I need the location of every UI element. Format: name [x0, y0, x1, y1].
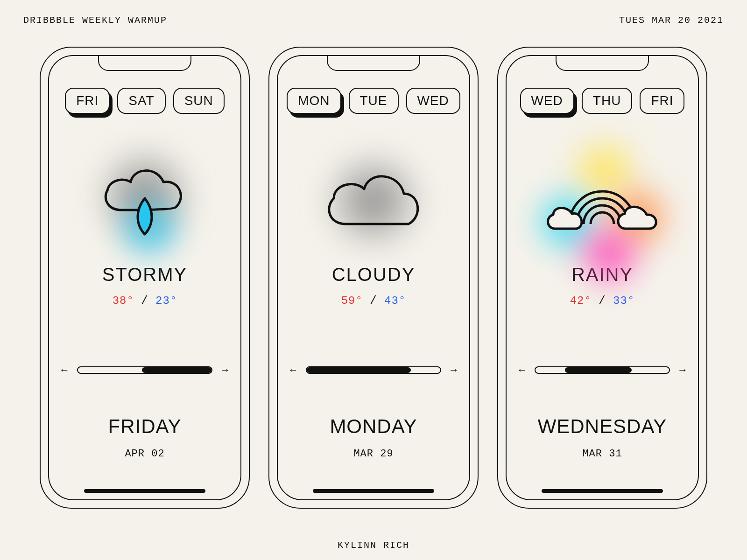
page: DRIBBBLE WEEKLY WARMUP TUES MAR 20 2021 …	[0, 0, 747, 560]
day-block: FRIDAY APR 02	[49, 415, 240, 460]
tab-wed[interactable]: WED	[520, 88, 574, 114]
home-indicator-icon[interactable]	[313, 489, 434, 493]
phone-screen: FRI SAT SUN STORMY 38°	[48, 55, 241, 500]
temps: 59° / 43°	[341, 294, 406, 307]
arrow-left-icon[interactable]: ←	[288, 364, 298, 376]
tab-tue[interactable]: TUE	[349, 88, 399, 114]
arrow-right-icon[interactable]: →	[449, 364, 459, 376]
slider-fill	[142, 367, 211, 373]
day-block: MONDAY MAR 29	[278, 415, 469, 460]
notch-icon	[327, 56, 420, 71]
temp-high: 59°	[341, 294, 363, 307]
cloudy-icon	[299, 140, 448, 261]
day-name: FRIDAY	[49, 415, 240, 438]
weather-hero: RAINY 42° / 33°	[507, 140, 698, 307]
day-date: MAR 31	[507, 448, 698, 460]
weather-hero: CLOUDY 59° / 43°	[278, 140, 469, 307]
phone-frame: FRI SAT SUN STORMY 38°	[40, 47, 250, 509]
arrow-left-icon[interactable]: ←	[517, 364, 527, 376]
day-tabs: FRI SAT SUN	[49, 88, 240, 114]
temp-sep: /	[141, 294, 155, 307]
slider-fill	[565, 367, 632, 373]
temp-low: 23°	[155, 294, 177, 307]
tab-thu[interactable]: THU	[582, 88, 633, 114]
phone-frame: WED THU FRI	[497, 47, 707, 509]
home-indicator-icon[interactable]	[542, 489, 663, 493]
stormy-icon	[70, 140, 219, 261]
temps: 38° / 23°	[113, 294, 177, 307]
tab-fri[interactable]: FRI	[640, 88, 684, 114]
day-name: WEDNESDAY	[507, 415, 698, 438]
arrow-right-icon[interactable]: →	[677, 364, 688, 376]
weather-hero: STORMY 38° / 23°	[49, 140, 240, 307]
arrow-left-icon[interactable]: ←	[59, 364, 70, 376]
temp-high: 38°	[113, 294, 134, 307]
condition-label: STORMY	[102, 264, 187, 285]
day-block: WEDNESDAY MAR 31	[507, 415, 698, 460]
tab-sat[interactable]: SAT	[117, 88, 165, 114]
credit: KYLINN RICH	[0, 540, 747, 551]
temp-high: 42°	[570, 294, 592, 307]
slider-fill	[307, 367, 411, 373]
time-slider[interactable]	[77, 366, 212, 374]
header-right: TUES MAR 20 2021	[619, 15, 724, 26]
phone-row: FRI SAT SUN STORMY 38°	[0, 47, 747, 509]
condition-label: CLOUDY	[332, 264, 416, 285]
notch-icon	[556, 56, 649, 71]
day-tabs: MON TUE WED	[278, 88, 469, 114]
day-name: MONDAY	[278, 415, 469, 438]
tab-mon[interactable]: MON	[287, 88, 341, 114]
time-slider-row: ← →	[49, 364, 240, 376]
temp-sep: /	[370, 294, 384, 307]
phone-screen: MON TUE WED CLOUDY 59° / 4	[277, 55, 470, 500]
header-left: DRIBBBLE WEEKLY WARMUP	[23, 15, 167, 26]
tab-wed[interactable]: WED	[406, 88, 460, 114]
day-date: APR 02	[49, 448, 240, 460]
notch-icon	[98, 56, 191, 71]
temp-low: 43°	[384, 294, 406, 307]
tab-sun[interactable]: SUN	[173, 88, 225, 114]
day-date: MAR 29	[278, 448, 469, 460]
home-indicator-icon[interactable]	[84, 489, 205, 493]
tab-fri[interactable]: FRI	[65, 88, 110, 114]
time-slider-row: ← →	[278, 364, 469, 376]
day-tabs: WED THU FRI	[507, 88, 698, 114]
phone-frame: MON TUE WED CLOUDY 59° / 4	[268, 47, 479, 509]
temp-low: 33°	[613, 294, 634, 307]
phone-screen: WED THU FRI	[506, 55, 699, 500]
rainy-icon	[528, 140, 677, 261]
time-slider-row: ← →	[507, 364, 698, 376]
time-slider[interactable]	[535, 366, 670, 374]
arrow-right-icon[interactable]: →	[220, 364, 230, 376]
temp-sep: /	[599, 294, 613, 307]
time-slider[interactable]	[306, 366, 441, 374]
temps: 42° / 33°	[570, 294, 635, 307]
